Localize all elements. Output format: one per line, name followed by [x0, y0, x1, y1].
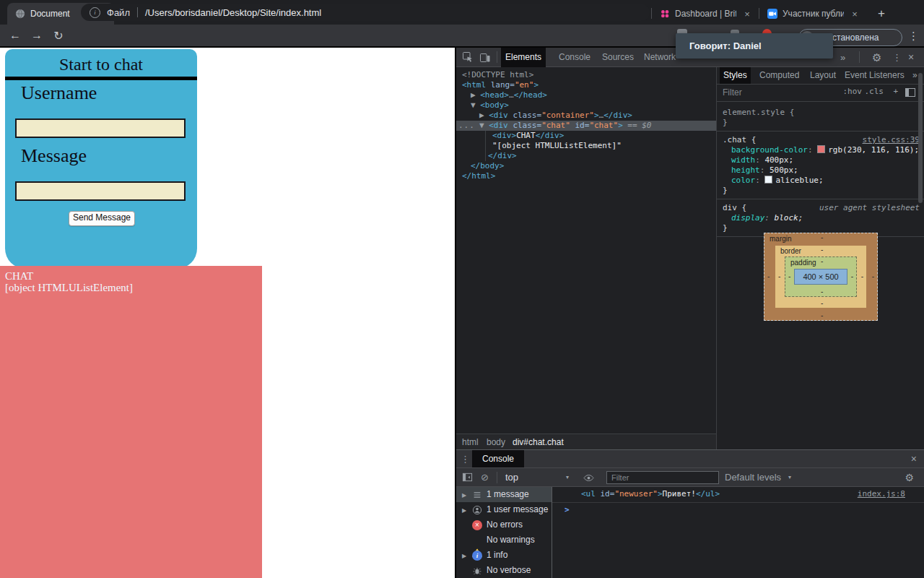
devtools-close-icon[interactable]: ×: [908, 48, 914, 67]
computed-panel-toggle-icon[interactable]: [905, 88, 915, 97]
chat-rule-selector[interactable]: .chat {: [723, 135, 756, 145]
inspect-element-icon[interactable]: [462, 51, 474, 63]
error-icon: ×: [472, 520, 482, 530]
styles-scrollbar[interactable]: [918, 73, 923, 203]
dom-node[interactable]: <div>CHAT</div>: [456, 131, 716, 141]
tab-dashboard-british[interactable]: Dashboard | Britisl ×: [652, 3, 759, 25]
tab-elements[interactable]: Elements: [501, 48, 546, 67]
dom-node[interactable]: </div>: [456, 151, 716, 161]
context-dropdown-icon[interactable]: ▾: [566, 468, 569, 487]
console-filter-input[interactable]: Filter: [606, 471, 719, 484]
drawer-menu-icon[interactable]: ⋮: [461, 450, 470, 468]
dom-tree: <!DOCTYPE html> <html lang="en"> ▶ <head…: [456, 67, 716, 481]
box-model-margin[interactable]: margin -- -- border -- -- padding -- -- …: [764, 233, 878, 321]
console-settings-icon[interactable]: ⚙: [905, 468, 914, 487]
styles-filter-input[interactable]: Filter: [723, 87, 742, 98]
console-message-row[interactable]: <ul id="newuser">Привет!</ul> index.js:8: [552, 487, 924, 503]
sidebar-item-messages[interactable]: ▶ 1 message: [456, 487, 552, 502]
breadcrumb-selected[interactable]: div#chat.chat: [513, 434, 564, 450]
dom-node[interactable]: <html lang="en">: [456, 80, 716, 90]
context-selector[interactable]: top: [505, 468, 518, 487]
source-location-link[interactable]: index.js:8: [858, 487, 905, 501]
dom-node-selected[interactable]: ... ▼ <div class="chat" id="chat"> == $0: [456, 121, 716, 131]
info-icon: i: [472, 551, 482, 561]
hov-toggle[interactable]: :hov: [843, 87, 863, 96]
drawer-close-icon[interactable]: ×: [911, 450, 917, 468]
reload-button-icon[interactable]: ↻: [48, 29, 69, 43]
sidebar-item-info[interactable]: ▶ i 1 info: [456, 548, 552, 563]
box-model-diagram[interactable]: margin -- -- border -- -- padding -- -- …: [764, 233, 878, 321]
dom-node[interactable]: "[object HTMLUListElement]": [456, 141, 716, 151]
css-property[interactable]: height500px;: [731, 165, 798, 176]
stylesheet-link[interactable]: style.css:39: [863, 135, 920, 145]
new-tab-button[interactable]: +: [872, 4, 891, 23]
tab-console[interactable]: Console: [554, 48, 595, 67]
cls-toggle[interactable]: .cls: [865, 87, 884, 96]
console-prompt-chevron[interactable]: >: [565, 505, 570, 514]
forward-button-icon[interactable]: →: [26, 29, 48, 42]
sidebar-item-warnings[interactable]: ! No warnings: [456, 532, 552, 548]
dom-node[interactable]: ▼ <body>: [456, 100, 716, 111]
address-bar[interactable]: i Файл /Users/borisdaniel/Desktop/Site/i…: [81, 4, 650, 21]
box-model-content[interactable]: 400 × 500: [794, 269, 847, 285]
tab-close-icon[interactable]: ×: [849, 9, 860, 20]
console-sidebar: ▶ 1 message ▶ 1 user message × No errors: [456, 487, 552, 578]
sidebar-item-user-messages[interactable]: ▶ 1 user message: [456, 502, 552, 517]
dom-node[interactable]: </body>: [456, 161, 716, 171]
back-button-icon[interactable]: ←: [4, 29, 26, 42]
console-toolbar: ⊘ top ▾ Filter Default levels ▾ ⚙: [456, 468, 924, 487]
breadcrumb-html[interactable]: html: [462, 434, 479, 450]
tab-participant[interactable]: Участник публик ×: [759, 3, 866, 25]
globe-favicon-icon: [14, 9, 25, 20]
element-style-rule[interactable]: element.style {: [723, 108, 794, 118]
video-call-favicon-icon: [767, 9, 777, 20]
div-rule-selector[interactable]: div {: [723, 203, 746, 213]
title-divider: [5, 77, 197, 80]
tab-title: Dashboard | Britisl: [675, 9, 736, 19]
message-input[interactable]: [15, 181, 186, 201]
device-toolbar-icon[interactable]: [479, 51, 491, 63]
chat-output-area: CHAT [object HTMLUListElement]: [0, 266, 262, 578]
breadcrumb-body[interactable]: body: [487, 434, 505, 450]
css-property[interactable]: background-colorrgb(230, 116, 116);: [731, 145, 919, 155]
new-rule-button[interactable]: +: [893, 87, 898, 96]
tab-layout[interactable]: Layout: [806, 67, 840, 84]
message-label: Message: [21, 145, 87, 167]
url-text: /Users/borisdaniel/Desktop/Site/index.ht…: [145, 7, 321, 18]
more-tabs-icon[interactable]: »: [840, 48, 845, 67]
live-expression-eye-icon[interactable]: [583, 473, 595, 484]
box-model-border[interactable]: border -- -- padding -- -- 400 × 500: [775, 246, 866, 308]
tab-close-icon[interactable]: ×: [741, 9, 753, 20]
toolbar-separator: [497, 51, 497, 63]
css-property[interactable]: displayblock;: [731, 213, 803, 223]
tab-network[interactable]: Network: [640, 48, 680, 67]
tab-sources[interactable]: Sources: [598, 48, 638, 67]
sidebar-item-verbose[interactable]: No verbose: [456, 563, 552, 578]
devtools-panel: Elements Console Sources Network » ⚙ ⋮ ×…: [455, 48, 924, 578]
node-menu-hint[interactable]: ...: [458, 121, 475, 131]
list-icon: [472, 490, 482, 500]
devtools-menu-icon[interactable]: ⋮: [892, 48, 902, 67]
log-levels-selector[interactable]: Default levels: [725, 468, 781, 487]
clear-console-icon[interactable]: ⊘: [481, 468, 489, 487]
send-message-button[interactable]: Send Message: [69, 211, 135, 226]
dom-node[interactable]: </html>: [456, 171, 716, 181]
tab-event-listeners[interactable]: Event Listeners: [841, 67, 908, 84]
dom-node[interactable]: ▶ <head>…</head>: [456, 90, 716, 100]
box-model-padding[interactable]: padding -- -- 400 × 500: [785, 256, 857, 297]
page-info-icon[interactable]: i: [90, 7, 100, 18]
dom-node[interactable]: <!DOCTYPE html>: [456, 70, 716, 80]
sidebar-item-errors[interactable]: × No errors: [456, 517, 552, 532]
dom-node[interactable]: ▶ <div class="container">…</div>: [456, 111, 716, 121]
css-property[interactable]: coloraliceblue;: [731, 176, 824, 186]
settings-gear-icon[interactable]: ⚙: [872, 48, 881, 67]
browser-menu-icon[interactable]: ⋮: [908, 30, 919, 43]
form-title: Start to chat: [5, 55, 197, 74]
tab-styles[interactable]: Styles: [720, 67, 751, 84]
drawer-tab-console[interactable]: Console: [472, 450, 524, 467]
css-property[interactable]: width400px;: [731, 155, 793, 165]
levels-dropdown-icon[interactable]: ▾: [788, 468, 791, 487]
console-sidebar-toggle-icon[interactable]: [462, 472, 474, 483]
tab-computed[interactable]: Computed: [756, 67, 803, 84]
username-input[interactable]: [15, 118, 186, 138]
